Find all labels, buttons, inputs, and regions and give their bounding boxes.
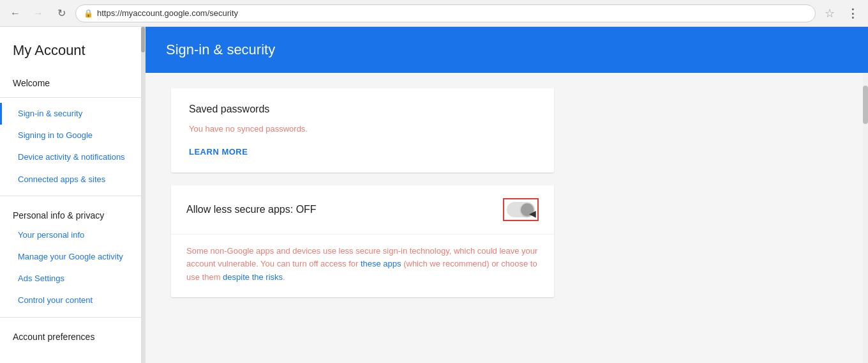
sidebar-title: My Account	[0, 27, 145, 69]
despite-risks-link[interactable]: despite the risks	[223, 272, 283, 282]
lock-icon: 🔒	[84, 9, 93, 18]
sidebar-item-manage-activity[interactable]: Manage your Google activity	[0, 246, 145, 268]
browser-chrome: ← → ↻ 🔒 https://myaccount.google.com/sec…	[0, 0, 868, 27]
less-secure-apps-desc: Some non-Google apps and devices use les…	[186, 245, 539, 284]
sidebar-scrollbar-thumb	[141, 27, 145, 52]
divider-1	[0, 97, 145, 98]
sidebar: My Account Welcome Sign-in & security Si…	[0, 27, 146, 363]
saved-passwords-subtitle: You have no synced passwords.	[189, 123, 536, 135]
learn-more-link[interactable]: LEARN MORE	[189, 147, 248, 157]
content-body: Saved passwords You have no synced passw…	[146, 73, 863, 363]
sidebar-item-signing-in[interactable]: Signing in to Google	[0, 125, 145, 146]
sidebar-personal-info-header: Personal info & privacy	[0, 201, 145, 224]
sidebar-item-your-personal-info[interactable]: Your personal info	[0, 224, 145, 246]
sidebar-item-control-content[interactable]: Control your content	[0, 290, 145, 311]
less-secure-apps-card: Allow less secure apps: OFF ◀	[171, 185, 554, 297]
right-scrollbar[interactable]	[863, 73, 868, 363]
page-header: Sign-in & security	[146, 27, 868, 73]
divider-2	[0, 196, 145, 196]
right-scrollbar-thumb	[863, 86, 868, 124]
refresh-button[interactable]: ↻	[52, 4, 70, 22]
page-header-title: Sign-in & security	[166, 42, 275, 58]
sidebar-scrollbar[interactable]	[141, 27, 145, 363]
bookmark-button[interactable]: ☆	[821, 4, 839, 22]
forward-button[interactable]: →	[29, 4, 47, 22]
toggle-wrapper: ◀	[503, 198, 539, 221]
back-button[interactable]: ←	[6, 4, 24, 22]
divider-3	[0, 317, 145, 318]
cursor-icon: ◀	[529, 208, 536, 219]
url-bar[interactable]: 🔒 https://myaccount.google.com/security	[75, 4, 816, 22]
sidebar-account-prefs-header: Account preferences	[0, 323, 145, 346]
url-text: https://myaccount.google.com/security	[97, 8, 238, 18]
content-with-scroll: Saved passwords You have no synced passw…	[146, 73, 868, 363]
less-secure-apps-title: Allow less secure apps: OFF	[186, 204, 317, 215]
app-container: My Account Welcome Sign-in & security Si…	[0, 27, 868, 363]
sidebar-item-device-activity[interactable]: Device activity & notifications	[0, 146, 145, 168]
content-area: Sign-in & security Saved passwords You h…	[146, 27, 868, 363]
less-secure-apps-body: Some non-Google apps and devices use les…	[171, 235, 554, 297]
sidebar-welcome: Welcome	[0, 69, 145, 92]
sidebar-item-ads-settings[interactable]: Ads Settings	[0, 268, 145, 290]
toggle-container: ◀	[507, 202, 535, 217]
saved-passwords-title: Saved passwords	[189, 104, 536, 115]
menu-button[interactable]: ⋮	[844, 4, 862, 22]
sidebar-item-sign-in-security[interactable]: Sign-in & security	[0, 103, 145, 125]
less-secure-apps-header: Allow less secure apps: OFF ◀	[171, 185, 554, 235]
these-apps-link[interactable]: these apps	[361, 259, 401, 268]
sidebar-item-connected-apps[interactable]: Connected apps & sites	[0, 169, 145, 190]
saved-passwords-card: Saved passwords You have no synced passw…	[171, 88, 554, 173]
